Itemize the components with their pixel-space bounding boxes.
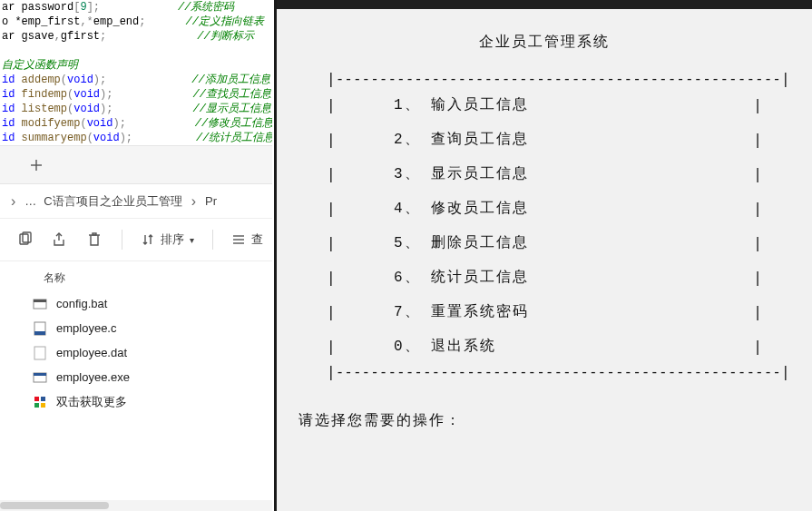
code-text: void (67, 74, 93, 86)
svg-rect-14 (34, 397, 39, 401)
code-text: , (54, 30, 61, 43)
menu-item: |4、 修改员工信息| (327, 191, 762, 225)
menu-label: 7、 重置系统密码 (343, 302, 746, 321)
code-text: id (2, 103, 22, 115)
menu-label: 3、 显示员工信息 (343, 164, 746, 183)
dash-line: |---------------------------------------… (327, 70, 762, 87)
code-text: id (2, 74, 22, 86)
code-text: void (73, 103, 100, 115)
menu-label: 6、 统计员工信息 (343, 268, 746, 287)
list-item[interactable]: employee.dat (0, 340, 272, 365)
scrollbar-thumb[interactable] (0, 502, 109, 509)
menu-item: |2、 查询员工信息| (327, 122, 762, 156)
code-text: listemp (22, 103, 67, 115)
view-button[interactable]: 查 (231, 231, 263, 248)
code-text: ]; (87, 1, 100, 14)
sort-icon (141, 232, 155, 247)
code-comment: //定义指向链表 (185, 15, 263, 28)
menu-item: |6、 统计员工信息| (327, 260, 762, 294)
trash-icon[interactable] (85, 231, 103, 249)
svg-rect-17 (41, 403, 45, 408)
menu-label: 4、 修改员工信息 (343, 199, 746, 218)
breadcrumb-sub[interactable]: Pr (201, 194, 220, 208)
code-text: ,* (80, 15, 93, 28)
svg-rect-15 (41, 397, 45, 401)
menu-item: |5、 删除员工信息| (327, 225, 762, 260)
code-text: ar (2, 30, 22, 43)
share-icon[interactable] (51, 231, 69, 249)
menu-item: |0、 退出系统| (327, 329, 762, 363)
code-text: void (87, 117, 113, 130)
code-text: id (2, 88, 22, 101)
horizontal-scrollbar[interactable] (0, 500, 272, 511)
code-comment: //修改员工信息 (195, 117, 272, 130)
code-text: ; (100, 30, 106, 43)
dat-file-icon (33, 346, 47, 360)
plus-icon (30, 159, 43, 172)
file-name: employee.dat (56, 346, 127, 359)
list-item[interactable]: employee.c (0, 316, 272, 340)
code-editor[interactable]: ar password[9];//系统密码 o *emp_first,*emp_… (0, 0, 272, 145)
code-comment: //统计员工信息 (196, 132, 272, 144)
code-text: void (73, 88, 100, 101)
code-text: ar (2, 1, 22, 14)
svg-rect-13 (34, 373, 46, 376)
code-text: id (2, 117, 22, 130)
bat-file-icon (33, 297, 47, 311)
chevron-right-icon[interactable]: › (5, 193, 21, 210)
svg-rect-16 (34, 403, 39, 408)
code-text: gsave (22, 30, 54, 43)
code-text: findemp (22, 88, 67, 101)
file-list: 名称 config.bat employee.c employee.dat em… (0, 261, 272, 414)
menu-label: 5、 删除员工信息 (343, 233, 746, 252)
code-text: o * (2, 15, 22, 28)
menu-box: |---------------------------------------… (327, 70, 762, 380)
code-text: password (22, 1, 74, 14)
chevron-right-icon[interactable]: › (186, 193, 201, 210)
view-label: 查 (251, 231, 263, 248)
code-text: gfirst (61, 30, 100, 43)
console-output[interactable]: 企业员工管理系统 |------------------------------… (277, 9, 812, 430)
explorer-toolbar: 排序 ▾ 查 (0, 218, 272, 261)
code-text: emp_end (93, 15, 139, 28)
breadcrumb-overflow[interactable]: … (21, 194, 40, 208)
list-icon (231, 232, 246, 247)
more-icon (33, 395, 47, 409)
file-name: config.bat (56, 297, 107, 310)
prompt-text: 请选择您需要的操作： (295, 411, 794, 430)
chevron-down-icon: ▾ (190, 235, 194, 245)
list-item[interactable]: 双击获取更多 (0, 389, 272, 414)
breadcrumb: › … C语言项目之企业员工管理 › Pr (0, 183, 272, 218)
dash-line: |---------------------------------------… (327, 363, 762, 380)
toolbar-divider (122, 230, 122, 250)
code-text: modifyemp (22, 117, 81, 130)
list-item[interactable]: employee.exe (0, 365, 272, 389)
code-text: void (93, 132, 120, 144)
sort-button[interactable]: 排序 ▾ (141, 231, 194, 248)
svg-rect-10 (34, 331, 45, 335)
c-file-icon (33, 321, 47, 336)
code-text: 9 (80, 1, 86, 14)
new-tab-button[interactable] (23, 152, 50, 179)
column-header-name[interactable]: 名称 (0, 267, 272, 291)
code-comment: //显示员工信息 (192, 103, 270, 115)
file-name: employee.c (56, 321, 116, 335)
code-text: id (2, 132, 22, 144)
code-text: ; (139, 15, 145, 28)
menu-item: |3、 显示员工信息| (327, 156, 762, 191)
console-window: 企业员工管理系统 |------------------------------… (274, 0, 812, 511)
code-text: addemp (22, 74, 61, 86)
svg-rect-11 (34, 347, 45, 359)
console-titlebar[interactable] (277, 0, 812, 9)
code-comment: //系统密码 (178, 1, 234, 14)
list-item[interactable]: config.bat (0, 291, 272, 316)
menu-label: 1、 输入员工信息 (343, 95, 746, 114)
copy-icon[interactable] (16, 231, 34, 249)
sort-label: 排序 (161, 231, 184, 248)
code-text: emp_first (22, 15, 81, 28)
breadcrumb-folder[interactable]: C语言项目之企业员工管理 (40, 193, 185, 210)
file-name: 双击获取更多 (56, 394, 127, 410)
code-comment: //查找员工信息 (192, 88, 270, 101)
code-comment: 自定义函数声明 (2, 59, 78, 72)
app-title: 企业员工管理系统 (295, 33, 794, 70)
